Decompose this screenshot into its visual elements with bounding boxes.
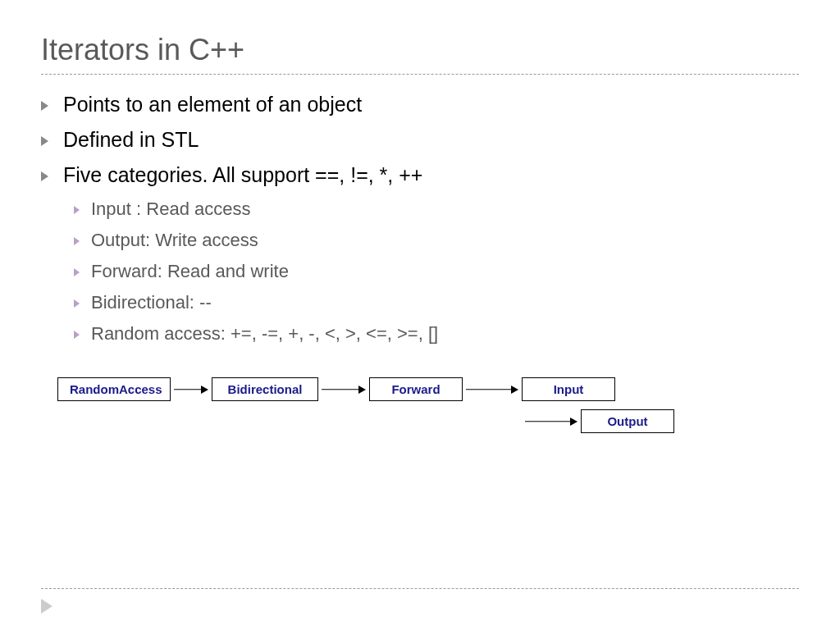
bullet-arrow-icon — [74, 299, 80, 308]
bullet-sub-3: Bidirectional: -- — [74, 292, 799, 313]
arrow-right-icon — [318, 383, 369, 396]
bullet-sub-4: Random access: +=, -=, +, -, <, >, <=, >… — [74, 323, 799, 345]
bullet-sub-1: Output: Write access — [74, 230, 799, 251]
bullet-arrow-icon — [74, 268, 80, 276]
bullet-text: Random access: +=, -=, +, -, <, >, <=, >… — [91, 323, 438, 345]
bullet-arrow-icon — [41, 171, 48, 181]
bullet-text: Forward: Read and write — [91, 261, 289, 282]
slide-nav-arrow-icon — [41, 599, 52, 614]
iterator-diagram: RandomAccess Bidirectional Forward Input… — [41, 377, 799, 433]
diagram-box-output: Output — [581, 409, 674, 433]
diagram-box-randomaccess: RandomAccess — [57, 377, 171, 401]
title-divider — [41, 74, 799, 75]
bullet-text: Bidirectional: -- — [91, 292, 212, 313]
bullet-arrow-icon — [74, 331, 80, 339]
diagram-row-2: Output — [57, 409, 799, 433]
bullet-list: Points to an element of an object Define… — [41, 93, 799, 345]
bullet-arrow-icon — [74, 206, 80, 214]
bullet-arrow-icon — [74, 237, 80, 245]
arrow-right-icon — [522, 415, 581, 428]
bullet-main-2: Five categories. All support ==, !=, *, … — [41, 163, 799, 187]
bullet-text: Five categories. All support ==, !=, *, … — [63, 163, 422, 187]
bullet-main-0: Points to an element of an object — [41, 93, 799, 116]
diagram-box-bidirectional: Bidirectional — [212, 377, 318, 401]
bullet-text: Points to an element of an object — [63, 93, 362, 116]
slide-title: Iterators in C++ — [41, 33, 799, 67]
bullet-text: Defined in STL — [63, 128, 199, 152]
arrow-right-icon — [171, 383, 212, 396]
bullet-text: Output: Write access — [91, 230, 258, 251]
bullet-main-1: Defined in STL — [41, 128, 799, 152]
bullet-arrow-icon — [41, 101, 48, 111]
bullet-text: Input : Read access — [91, 199, 250, 220]
arrow-right-icon — [463, 383, 522, 396]
diagram-row-1: RandomAccess Bidirectional Forward Input — [57, 377, 799, 401]
bullet-arrow-icon — [41, 136, 48, 146]
bullet-sub-2: Forward: Read and write — [74, 261, 799, 282]
bullet-sub-0: Input : Read access — [74, 199, 799, 220]
footer-divider — [41, 588, 799, 589]
diagram-box-input: Input — [522, 377, 615, 401]
diagram-box-forward: Forward — [369, 377, 463, 401]
